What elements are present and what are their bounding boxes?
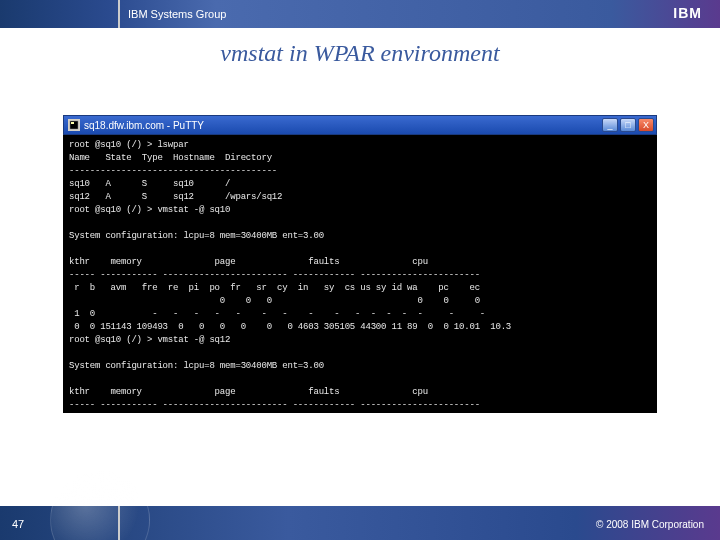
page-number: 47 — [12, 518, 24, 530]
maximize-button[interactable]: □ — [620, 118, 636, 132]
terminal-titlebar[interactable]: sq18.dfw.ibm.com - PuTTY _ □ X — [63, 115, 657, 135]
footer-decoration — [50, 470, 150, 540]
header-bar: IBM Systems Group IBM — [0, 0, 720, 28]
terminal-window: sq18.dfw.ibm.com - PuTTY _ □ X root @sq1… — [63, 115, 657, 413]
terminal-body[interactable]: root @sq10 (/) > lswpar Name State Type … — [63, 135, 657, 413]
footer-divider — [118, 506, 120, 540]
header-divider — [118, 0, 120, 28]
ibm-logo: IBM — [673, 5, 702, 21]
window-buttons: _ □ X — [602, 118, 654, 132]
putty-icon — [68, 119, 80, 131]
footer-bar: 47 © 2008 IBM Corporation — [0, 506, 720, 540]
close-button[interactable]: X — [638, 118, 654, 132]
terminal-title-text: sq18.dfw.ibm.com - PuTTY — [84, 120, 204, 131]
slide-title: vmstat in WPAR environment — [0, 40, 720, 67]
svg-rect-1 — [71, 122, 74, 124]
copyright-text: © 2008 IBM Corporation — [596, 519, 704, 530]
minimize-button[interactable]: _ — [602, 118, 618, 132]
header-group-label: IBM Systems Group — [128, 8, 226, 20]
